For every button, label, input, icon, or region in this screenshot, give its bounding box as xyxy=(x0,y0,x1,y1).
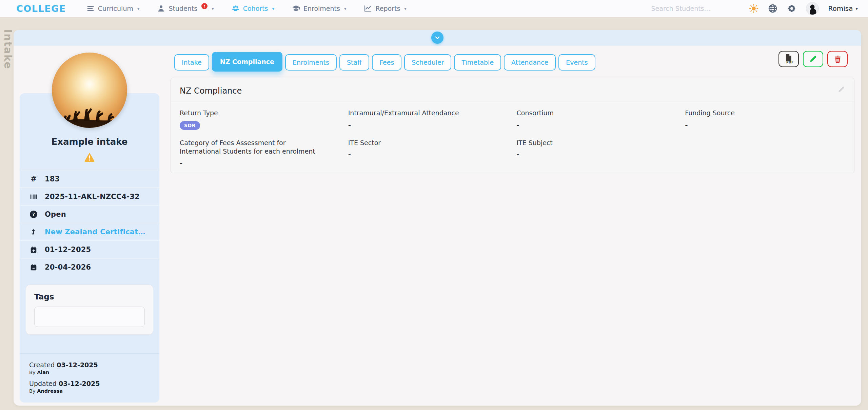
pdf-icon-label: PDF xyxy=(786,61,794,64)
field-consortium: Consortium - xyxy=(517,109,677,130)
detail-row-start-date: 01-12-2025 xyxy=(20,240,159,258)
nav-label: Enrolments xyxy=(303,5,340,12)
updated-line: Updated 03-12-2025 xyxy=(29,380,150,387)
chevron-down-icon: ▾ xyxy=(344,6,347,11)
nav-label: Curriculum xyxy=(98,5,133,12)
card-title: NZ Compliance xyxy=(171,78,854,101)
chevron-down-icon: ▾ xyxy=(404,6,407,11)
barcode-icon xyxy=(29,193,38,200)
page-vertical-label: Intake xyxy=(2,29,14,70)
compliance-fields: Return Type SDR Intramural/Extramural At… xyxy=(171,101,854,175)
settings-gear-icon[interactable] xyxy=(787,4,796,13)
intake-sidebar: Example intake # 183 2025-11-AKL-NZCC4-3… xyxy=(20,93,159,403)
tab-nz-compliance[interactable]: NZ Compliance xyxy=(212,52,282,72)
created-date: 03-12-2025 xyxy=(57,361,98,369)
tab-staff[interactable]: Staff xyxy=(339,54,369,71)
export-pdf-button[interactable]: PDF xyxy=(778,51,799,67)
intake-tabs: Intake NZ Compliance Enrolments Staff Fe… xyxy=(174,52,854,73)
warning-icon[interactable] xyxy=(84,152,95,164)
intake-id: 183 xyxy=(45,175,60,183)
nav-label: Cohorts xyxy=(243,5,268,12)
search-input[interactable] xyxy=(651,5,739,12)
chevron-down-icon: ▾ xyxy=(855,6,858,11)
updated-by-line: By Andressa xyxy=(29,388,150,394)
tab-intake[interactable]: Intake xyxy=(174,54,209,71)
edit-pencil-icon[interactable] xyxy=(837,85,845,95)
intake-code: 2025-11-AKL-NZCC4-32 xyxy=(45,193,140,201)
sidebar-footer: Created 03-12-2025 By Alan Updated 03-12… xyxy=(20,353,159,403)
nav-item-curriculum[interactable]: Curriculum ▾ xyxy=(86,4,140,13)
language-globe-icon[interactable] xyxy=(768,4,777,13)
detail-row-id: # 183 xyxy=(20,170,159,188)
user-menu[interactable]: Romisa ▾ xyxy=(828,4,858,13)
field-attendance: Intramural/Extramural Attendance - xyxy=(348,109,509,130)
notification-badge: ! xyxy=(201,3,208,9)
sdr-badge: SDR xyxy=(180,121,200,130)
top-navbar: COLLEGE Curriculum ▾ Students ! ▾ Cohort… xyxy=(0,0,868,17)
chevron-down-icon: ▾ xyxy=(272,6,274,11)
nav-label: Reports xyxy=(375,5,400,12)
main-content: Intake NZ Compliance Enrolments Staff Fe… xyxy=(171,46,854,173)
user-avatar[interactable] xyxy=(806,2,819,15)
chevron-down-icon: ▾ xyxy=(212,6,214,11)
field-fees-category: Category of Fees Assessment for Internat… xyxy=(180,139,340,167)
tab-scheduler[interactable]: Scheduler xyxy=(404,54,451,71)
nav-item-enrolments[interactable]: Enrolments ▾ xyxy=(292,4,346,13)
main-menu: Curriculum ▾ Students ! ▾ Cohorts ▾ Enro… xyxy=(86,4,407,13)
theme-sun-icon[interactable] xyxy=(749,4,758,13)
user-name-label: Romisa xyxy=(828,4,853,13)
menu-icon xyxy=(86,4,95,13)
nz-compliance-card: NZ Compliance Return Type SDR Intramural… xyxy=(171,78,854,173)
created-by-line: By Alan xyxy=(29,370,150,375)
graduation-cap-icon xyxy=(292,4,300,13)
tab-timetable[interactable]: Timetable xyxy=(454,54,501,71)
calendar-end-icon xyxy=(29,263,38,271)
level-up-icon xyxy=(29,228,38,236)
field-return-type: Return Type SDR xyxy=(180,109,340,130)
field-funding-source: Funding Source - xyxy=(685,109,845,130)
intake-detail-card: Example intake # 183 2025-11-AKL-NZCC4-3… xyxy=(14,30,861,406)
tab-attendance[interactable]: Attendance xyxy=(504,54,556,71)
chevron-down-icon: ▾ xyxy=(137,6,140,11)
created-line: Created 03-12-2025 xyxy=(29,361,150,369)
end-date: 20-04-2026 xyxy=(45,263,91,271)
start-date: 01-12-2025 xyxy=(45,246,91,254)
student-icon xyxy=(157,4,165,13)
intake-status: Open xyxy=(45,210,66,218)
record-actions: PDF xyxy=(778,51,848,67)
chart-icon xyxy=(364,4,372,13)
tags-card: Tags xyxy=(26,285,153,335)
updated-date: 03-12-2025 xyxy=(59,380,100,387)
detail-row-status: ? Open xyxy=(20,205,159,223)
nav-item-students[interactable]: Students ! ▾ xyxy=(157,4,214,13)
calendar-start-icon xyxy=(29,246,38,253)
tab-enrolments[interactable]: Enrolments xyxy=(285,54,337,71)
programme-link[interactable]: New Zealand Certificate in … xyxy=(45,228,150,236)
collapse-toggle-button[interactable] xyxy=(431,32,443,44)
navbar-right: Romisa ▾ xyxy=(651,2,858,15)
intake-title: Example intake xyxy=(20,137,159,147)
tab-fees[interactable]: Fees xyxy=(372,54,401,71)
created-by: Alan xyxy=(37,370,49,375)
edit-button[interactable] xyxy=(803,51,823,67)
nav-item-cohorts[interactable]: Cohorts ▾ xyxy=(232,4,274,13)
detail-row-end-date: 20-04-2026 xyxy=(20,258,159,276)
tags-title: Tags xyxy=(34,292,145,301)
delete-button[interactable] xyxy=(827,51,848,67)
nav-label: Students xyxy=(169,5,197,12)
app-logo[interactable]: COLLEGE xyxy=(16,3,66,14)
detail-row-programme: New Zealand Certificate in … xyxy=(20,223,159,240)
status-question-icon: ? xyxy=(29,211,38,218)
cohorts-icon xyxy=(232,4,240,13)
field-ite-sector: ITE Sector - xyxy=(348,139,509,167)
updated-by: Andressa xyxy=(37,388,63,394)
hash-icon: # xyxy=(29,175,38,183)
nav-item-reports[interactable]: Reports ▾ xyxy=(364,4,406,13)
intake-photo[interactable] xyxy=(52,53,127,128)
tags-input[interactable] xyxy=(34,307,145,327)
field-ite-subject: ITE Subject - xyxy=(517,139,677,167)
tab-events[interactable]: Events xyxy=(558,54,595,71)
detail-row-code: 2025-11-AKL-NZCC4-32 xyxy=(20,188,159,205)
